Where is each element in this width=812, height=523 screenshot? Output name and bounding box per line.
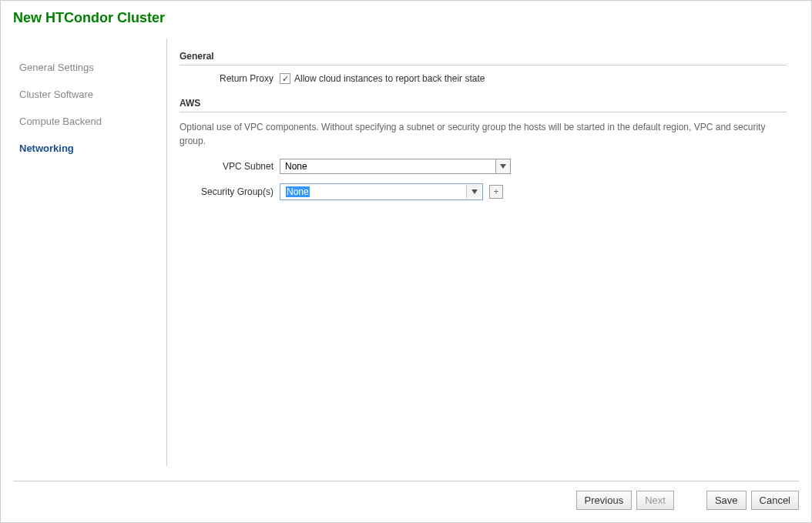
footer-buttons: Previous Next Save Cancel <box>13 481 799 510</box>
security-group-dropdown-arrow[interactable] <box>466 185 481 199</box>
section-header-general: General <box>180 51 787 65</box>
vpc-subnet-input[interactable] <box>280 159 495 174</box>
sidebar-item-cluster-software[interactable]: Cluster Software <box>13 81 166 108</box>
security-group-combo: None <box>280 183 483 200</box>
aws-description: Optional use of VPC components. Without … <box>180 120 787 148</box>
return-proxy-checkbox-wrap: ✓ Allow cloud instances to report back t… <box>280 73 485 84</box>
sidebar-item-compute-backend[interactable]: Compute Backend <box>13 108 166 135</box>
vpc-subnet-row: VPC Subnet <box>180 159 787 174</box>
chevron-down-icon <box>500 164 506 169</box>
section-header-aws: AWS <box>180 98 787 112</box>
sidebar: General Settings Cluster Software Comput… <box>13 39 167 466</box>
return-proxy-row: Return Proxy ✓ Allow cloud instances to … <box>180 73 787 84</box>
return-proxy-checkbox[interactable]: ✓ <box>280 73 290 84</box>
security-group-add-button[interactable]: + <box>489 185 503 199</box>
previous-button[interactable]: Previous <box>576 491 632 510</box>
vpc-subnet-combo <box>280 159 511 174</box>
security-group-label: Security Group(s) <box>180 186 280 197</box>
next-button: Next <box>636 491 674 510</box>
button-gap <box>679 491 702 510</box>
chevron-down-icon <box>471 189 478 194</box>
cancel-button[interactable]: Cancel <box>751 491 799 510</box>
security-group-row: Security Group(s) None + <box>180 183 787 200</box>
security-group-value: None <box>286 186 310 197</box>
main-area: General Settings Cluster Software Comput… <box>13 39 799 466</box>
page-title: New HTCondor Cluster <box>13 10 799 26</box>
vpc-subnet-dropdown-arrow[interactable] <box>495 159 511 174</box>
sidebar-item-networking[interactable]: Networking <box>13 135 166 162</box>
return-proxy-description: Allow cloud instances to report back the… <box>294 73 485 84</box>
content-panel: General Return Proxy ✓ Allow cloud insta… <box>167 39 799 466</box>
sidebar-item-general-settings[interactable]: General Settings <box>13 54 166 81</box>
wizard-container: New HTCondor Cluster General Settings Cl… <box>0 0 812 523</box>
return-proxy-label: Return Proxy <box>180 73 280 84</box>
save-button[interactable]: Save <box>706 491 747 510</box>
security-group-input[interactable]: None <box>281 185 466 199</box>
vpc-subnet-label: VPC Subnet <box>180 161 280 172</box>
